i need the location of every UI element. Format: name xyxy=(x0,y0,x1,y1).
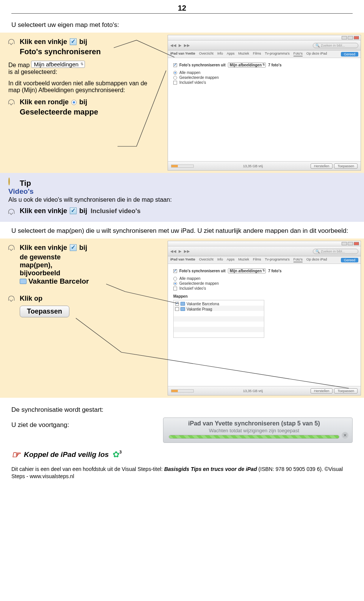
checkbox-icon xyxy=(70,207,77,214)
page-number: 12 xyxy=(11,0,353,14)
tip-subtitle: Video's xyxy=(8,187,356,196)
tab-apps: Apps xyxy=(227,257,235,262)
folder-icon xyxy=(180,307,185,311)
radio-all-folders xyxy=(173,277,177,281)
window-close-button xyxy=(354,242,359,245)
free-space: 13,35 GB vrij xyxy=(197,389,309,393)
folder-name: Vakantie Barcelor xyxy=(28,277,89,286)
progress-bar xyxy=(169,435,339,439)
tip-instr-a: Klik een vinkje xyxy=(20,207,67,215)
b2-line1b: bij xyxy=(79,244,87,251)
search-field: 🔍Zoeken in bibl... xyxy=(313,43,358,48)
final-instruction: Koppel de iPad veilig los xyxy=(24,450,109,459)
instr2-part-b: bij xyxy=(79,98,87,106)
instruction-block-1: Klik een vinkje bij Foto's synchronisere… xyxy=(0,33,364,173)
window-max-button xyxy=(348,36,353,39)
tab-muziek: Muziek xyxy=(238,257,249,262)
apply-button-inline: Toepassen xyxy=(20,306,69,317)
chk-include-videos xyxy=(173,81,177,85)
playback-controls: ◀◀▶▶▶ xyxy=(170,249,190,253)
tab-overzicht: Overzicht xyxy=(199,52,213,56)
folder-check xyxy=(175,302,179,306)
b2-klik-op: Klik op xyxy=(20,295,42,303)
tab-films: Films xyxy=(253,52,261,56)
tab-tv: Tv-programma's xyxy=(265,52,289,56)
apply-button: Toepassen xyxy=(334,163,358,169)
sync-label: Foto's synchroniseren uit xyxy=(179,63,226,67)
tip-instr-b: bij xyxy=(79,207,87,215)
footer-title: Basisgids Tips en trucs voor de iPad xyxy=(164,466,257,472)
progress-cancel-icon: ✕ xyxy=(342,432,348,439)
text-de-map: De map xyxy=(8,62,30,68)
instr1-part-b: bij xyxy=(79,38,87,46)
tab-op-deze-ipad: Op deze iPad xyxy=(306,257,327,262)
b2-line4: bijvoorbeeld xyxy=(20,269,160,277)
paragraph-not-all-subfolders: In dit voorbeeld worden niet alle submap… xyxy=(8,80,149,94)
instr1-part-a: Klik een vinkje xyxy=(20,38,67,46)
progress-row: U ziet de voortgang: iPad van Yvette syn… xyxy=(11,417,353,443)
folder-name: Vakantie Praag xyxy=(187,307,212,311)
b2-line1a: Klik een vinkje xyxy=(20,244,67,251)
intro-text: U selecteert uw eigen map met foto's: xyxy=(11,21,353,29)
restore-button: Herstellen xyxy=(311,163,333,169)
dropdown-mijn-afbeeldingen: Mijn afbeeldingen xyxy=(31,61,85,68)
section-mappen: Mappen xyxy=(173,294,355,298)
opt-all: Alle mappen xyxy=(179,71,201,75)
sync-source-dropdown: Mijn afbeeldingen xyxy=(228,63,266,67)
sync-photos-checkbox xyxy=(173,269,177,273)
window-titlebar xyxy=(168,35,361,41)
ready-button: Gereed xyxy=(341,258,358,262)
ready-button: Gereed xyxy=(341,52,358,56)
tab-muziek: Muziek xyxy=(238,52,249,56)
tab-fotos: Foto's xyxy=(293,257,303,262)
window-max-button xyxy=(348,242,353,245)
capacity-bar xyxy=(171,389,194,392)
progress-subtitle: Wachten totdat wijzigingen zijn toegepas… xyxy=(169,428,339,433)
mouse-click-icon xyxy=(8,245,17,250)
sync-source-dropdown: Mijn afbeeldingen xyxy=(228,268,266,273)
device-name: iPad van Yvette xyxy=(170,52,195,56)
window-min-button xyxy=(342,36,347,39)
mouse-click-icon xyxy=(8,99,17,105)
b2-line2: de gewenste xyxy=(20,253,160,261)
folder-name: Vakantie Barcelona xyxy=(187,302,219,306)
radio-all-folders xyxy=(173,71,177,75)
folder-list: Vakantie Barcelona Vakantie Praag xyxy=(173,300,264,338)
capacity-bar xyxy=(171,165,194,168)
folder-check xyxy=(175,307,179,311)
search-field: 🔍Zoeken in bibl... xyxy=(313,249,358,254)
opt-sel: Geselecteerde mappen xyxy=(179,75,219,80)
folder-icon xyxy=(20,279,27,284)
restore-button: Herstellen xyxy=(311,388,333,394)
tab-apps: Apps xyxy=(227,52,235,56)
opt-vid: Inclusief video's xyxy=(179,286,206,290)
sync-label: Foto's synchroniseren uit xyxy=(179,269,226,273)
photo-count: 7 foto's xyxy=(268,63,281,67)
window-min-button xyxy=(342,242,347,245)
window-close-button xyxy=(354,36,359,39)
instruction-block-2: Klik een vinkje bij de gewenste map(pen)… xyxy=(0,239,364,398)
tab-info: Info xyxy=(217,257,223,262)
footnote-ref: ✿3 xyxy=(113,450,122,460)
tip-instr-label: Inclusief video's xyxy=(91,207,141,215)
mouse-click-icon xyxy=(8,39,17,44)
instr2-part-a: Klik een rondje xyxy=(20,98,69,106)
tab-overzicht: Overzicht xyxy=(199,257,213,262)
radio-selected-folders xyxy=(173,76,177,80)
folder-icon xyxy=(180,302,185,306)
checkbox-icon xyxy=(70,244,77,251)
footer-a: Dit cahier is een deel van een hoofdstuk… xyxy=(11,466,164,472)
playback-controls: ◀◀▶▶▶ xyxy=(170,43,190,47)
lightbulb-icon xyxy=(8,178,17,188)
photo-count: 7 foto's xyxy=(268,269,281,273)
tip-block: Tip Video's Als u ook de video's wilt sy… xyxy=(0,173,364,222)
radio-selected-folders xyxy=(173,282,177,286)
itunes-screenshot-2: ◀◀▶▶▶ 🔍Zoeken in bibl... iPad van Yvette… xyxy=(168,241,361,395)
sync-photos-checkbox xyxy=(173,63,177,67)
tab-tv: Tv-programma's xyxy=(265,257,289,262)
tab-fotos: Foto's xyxy=(293,52,303,56)
tab-op-deze-ipad: Op deze iPad xyxy=(306,52,327,56)
checkbox-icon xyxy=(70,38,77,45)
tab-info: Info xyxy=(217,52,223,56)
mid-paragraph: U selecteert de map(pen) die u wilt sync… xyxy=(11,227,353,235)
